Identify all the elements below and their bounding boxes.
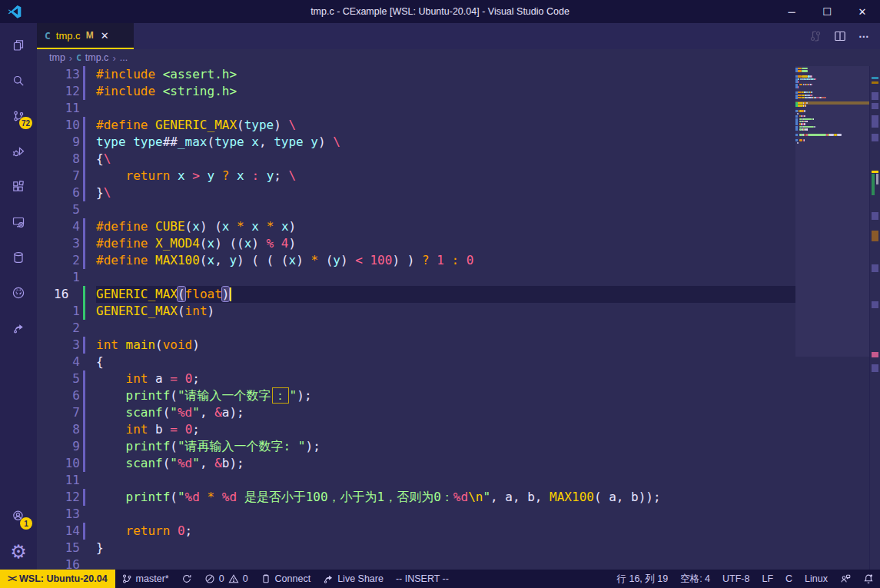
code-token: printf: [126, 388, 171, 403]
compare-changes-icon[interactable]: [809, 30, 822, 42]
activity-account[interactable]: 1: [0, 499, 37, 534]
editor-group: C tmp.c M ✕ ⋯ tmp›Ctmp.c›... 13121110987…: [37, 23, 880, 570]
code-token: #include: [96, 84, 163, 98]
code-token: *: [237, 219, 244, 234]
status-sync[interactable]: [175, 570, 198, 588]
c-language-icon: C: [45, 30, 51, 42]
overview-ruler-mark: [872, 115, 878, 128]
activity-explorer[interactable]: [0, 28, 37, 63]
overview-ruler[interactable]: [869, 66, 880, 570]
code-line: #define GENERIC_MAX(type) \: [37, 117, 880, 134]
search-icon: [12, 75, 25, 87]
activity-search[interactable]: [0, 63, 37, 98]
status-eol[interactable]: LF: [755, 570, 779, 588]
status-remote-os[interactable]: Linux: [799, 570, 834, 588]
minimap-line: [795, 89, 869, 91]
activity-run-debug[interactable]: [0, 134, 37, 169]
overview-ruler-mark: [872, 264, 878, 272]
minimap-line: [795, 105, 869, 106]
minimap-line: [795, 145, 869, 146]
minimap-line: [795, 137, 869, 138]
status-notifications[interactable]: [857, 570, 880, 588]
split-editor-icon[interactable]: [834, 30, 846, 42]
code-token: ##: [163, 135, 178, 149]
maximize-button[interactable]: ☐: [809, 0, 845, 23]
editor[interactable]: 1312111098765432116123456789101112131415…: [37, 66, 880, 570]
breadcrumb-item[interactable]: tmp.c: [85, 52, 109, 63]
code-line: [37, 320, 880, 337]
code-token: int: [126, 422, 148, 437]
activity-github[interactable]: [0, 275, 37, 311]
status-live-share[interactable]: Live Share: [317, 570, 390, 588]
overview-ruler-mark: [872, 212, 878, 220]
code-token: (: [170, 490, 178, 504]
code-token: ?: [422, 253, 430, 267]
close-button[interactable]: ✕: [845, 0, 880, 23]
status-encoding[interactable]: UTF-8: [716, 570, 755, 588]
code-token: \: [288, 118, 296, 132]
overview-ruler-mark: [872, 352, 878, 357]
activity-extensions[interactable]: [0, 169, 37, 204]
code-line: [37, 269, 880, 286]
code-token: x: [288, 253, 296, 267]
status-vim-mode[interactable]: -- INSERT --: [390, 570, 455, 588]
code-token: y: [229, 253, 237, 267]
overview-ruler-mark: [872, 81, 878, 84]
code-token: x: [251, 219, 259, 234]
code-line: [37, 556, 880, 570]
activity-remote-explorer[interactable]: [0, 204, 37, 240]
code-line: int main(void): [37, 337, 880, 354]
status-indentation[interactable]: 空格: 4: [674, 570, 716, 588]
code-token: ,: [214, 253, 229, 267]
code-token: x: [178, 168, 185, 183]
activity-live-share[interactable]: [0, 311, 37, 346]
status-remote-indicator[interactable]: ><WSL: Ubuntu-20.04: [0, 570, 115, 588]
code-token: [259, 168, 267, 183]
code-token: 0: [178, 523, 185, 538]
code-token: ": [178, 490, 185, 504]
activity-source-control[interactable]: 72: [0, 98, 37, 134]
bell-icon: [863, 573, 874, 584]
code-token: , a, b,: [490, 490, 550, 504]
minimap-line: [795, 70, 869, 71]
code-token: ;: [274, 168, 288, 183]
more-actions-icon[interactable]: ⋯: [858, 30, 869, 42]
status-language-mode[interactable]: C: [779, 570, 799, 588]
status-cursor-position[interactable]: 行 16, 列 19: [610, 570, 674, 588]
code-token: [229, 168, 237, 183]
status-connect[interactable]: Connect: [254, 570, 317, 588]
code-token: b: [222, 456, 230, 470]
minimap[interactable]: [795, 66, 869, 570]
tab-tmp-c[interactable]: C tmp.c M ✕: [37, 23, 134, 49]
breadcrumb-item[interactable]: ...: [120, 52, 128, 63]
breadcrumb-item[interactable]: tmp: [49, 52, 65, 63]
breadcrumb[interactable]: tmp›Ctmp.c›...: [37, 49, 880, 66]
code-token: ?: [222, 168, 230, 183]
code-token: (: [318, 253, 333, 267]
code-token: [200, 168, 208, 183]
status-problems[interactable]: 00: [198, 570, 254, 588]
code-token: ) (: [200, 219, 222, 234]
code-token: ) ((: [214, 236, 244, 251]
minimize-button[interactable]: ─: [774, 0, 809, 23]
code-token: [244, 168, 252, 183]
code-token: ,: [200, 456, 214, 470]
status-git-branch[interactable]: master*: [115, 570, 175, 588]
code-token: \: [333, 135, 340, 149]
code-token: printf: [126, 490, 171, 504]
close-tab-icon[interactable]: ✕: [101, 30, 109, 42]
feedback-icon: [840, 573, 851, 584]
status-label: Linux: [805, 573, 828, 584]
activity-database[interactable]: [0, 240, 37, 275]
text-cursor: [230, 287, 231, 301]
unicode-highlight-box: ：: [272, 387, 289, 404]
status-feedback[interactable]: [834, 570, 857, 588]
code-token: %d: [453, 490, 468, 504]
overview-ruler-mark: [872, 92, 878, 100]
code-token: (: [163, 456, 171, 470]
code-token: type x: [214, 135, 259, 149]
code-token: [214, 490, 222, 504]
code-token: ": [192, 456, 200, 470]
activity-settings[interactable]: ⚙: [0, 534, 37, 570]
git-modified-badge: M: [86, 30, 94, 41]
